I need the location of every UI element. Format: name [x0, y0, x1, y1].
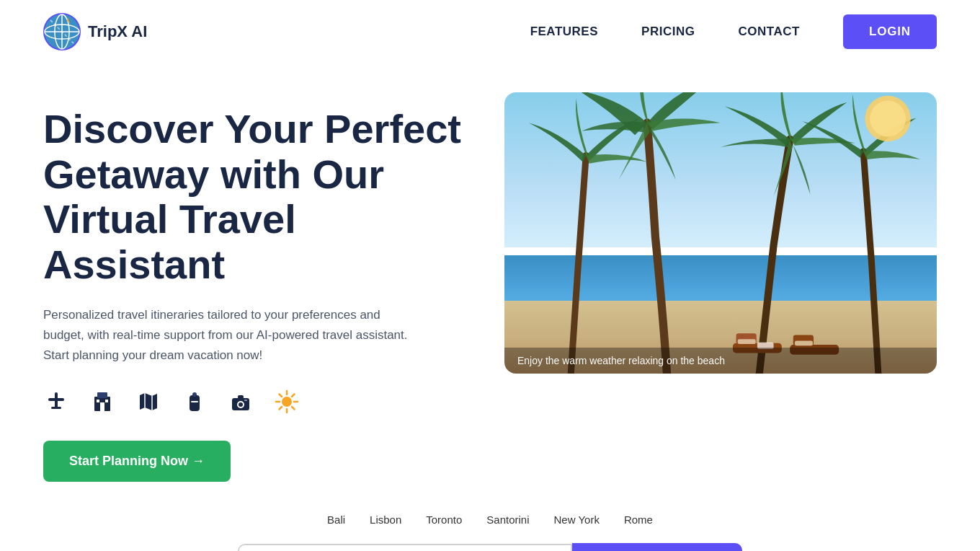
search-input-wrap [238, 544, 572, 551]
svg-rect-18 [190, 395, 200, 411]
bottom-section: Bali Lisbon Toronto Santorini New York R… [0, 496, 980, 551]
svg-rect-14 [97, 400, 99, 402]
svg-rect-9 [48, 398, 64, 401]
svg-rect-41 [738, 339, 756, 344]
search-row: Create demo Itinerary [238, 543, 742, 551]
hero-subtitle: Personalized travel itineraries tailored… [43, 305, 418, 366]
svg-rect-25 [244, 400, 247, 401]
city-tags: Bali Lisbon Toronto Santorini New York R… [43, 511, 937, 529]
svg-line-33 [292, 394, 295, 397]
image-caption: Enjoy the warm weather relaxing on the b… [504, 348, 937, 374]
svg-line-34 [280, 407, 282, 410]
svg-rect-42 [795, 340, 813, 345]
nav-contact[interactable]: CONTACT [738, 25, 799, 39]
city-tag-bali[interactable]: Bali [321, 511, 351, 529]
nav-links: FEATURES PRICING CONTACT LOGIN [530, 14, 937, 49]
beach-scene [504, 92, 937, 374]
city-tag-santorini[interactable]: Santorini [481, 511, 535, 529]
hero-image: Enjoy the warm weather relaxing on the b… [504, 92, 937, 374]
backpack-icon [182, 389, 208, 415]
navbar: TripX AI FEATURES PRICING CONTACT LOGIN [0, 0, 980, 63]
svg-rect-24 [238, 395, 244, 399]
svg-point-23 [239, 402, 243, 407]
svg-rect-13 [100, 402, 104, 411]
hero-section: Discover Your Perfect Getaway with Our V… [0, 63, 980, 496]
svg-point-36 [870, 101, 906, 137]
svg-rect-20 [191, 401, 198, 402]
svg-line-32 [292, 407, 295, 410]
feature-icons [43, 389, 476, 415]
svg-rect-19 [192, 392, 197, 397]
hero-left: Discover Your Perfect Getaway with Our V… [43, 92, 476, 482]
login-button[interactable]: LOGIN [843, 14, 937, 49]
nav-pricing[interactable]: PRICING [641, 25, 695, 39]
create-itinerary-button[interactable]: Create demo Itinerary [572, 543, 742, 551]
svg-rect-15 [105, 400, 108, 402]
svg-point-26 [282, 397, 292, 407]
city-tag-toronto[interactable]: Toronto [420, 511, 468, 529]
svg-rect-10 [51, 407, 61, 409]
start-planning-button[interactable]: Start Planning Now → [43, 441, 231, 482]
nav-features[interactable]: FEATURES [530, 25, 598, 39]
camera-icon [228, 389, 254, 415]
logo-area: TripX AI [43, 13, 147, 50]
palms-svg [504, 92, 937, 374]
city-tag-rome[interactable]: Rome [618, 511, 659, 529]
logo-icon [43, 13, 81, 50]
city-tag-new-york[interactable]: New York [548, 511, 605, 529]
svg-rect-12 [97, 392, 107, 398]
map-icon [135, 389, 161, 415]
hero-title: Discover Your Perfect Getaway with Our V… [43, 107, 476, 288]
search-input[interactable] [239, 545, 571, 551]
plane-icon [43, 389, 69, 415]
sun-icon [274, 389, 300, 415]
hotel-icon [89, 389, 115, 415]
svg-line-31 [280, 394, 282, 397]
city-tag-lisbon[interactable]: Lisbon [364, 511, 407, 529]
brand-name: TripX AI [88, 22, 147, 41]
